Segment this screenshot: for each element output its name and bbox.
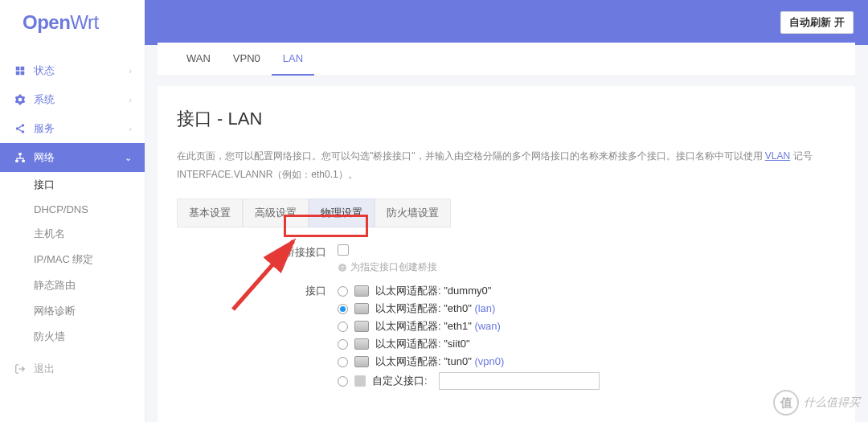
- sidebar-label: 系统: [34, 92, 55, 107]
- nic-icon: [354, 285, 369, 297]
- svg-point-4: [22, 124, 25, 127]
- chevron-right-icon: ›: [129, 124, 132, 133]
- app-root: OpenWrt 自动刷新 开 状态 › 系统 › 服务 › 网络 ⌄ 接口 DH…: [0, 0, 868, 422]
- nic-icon: [354, 356, 369, 367]
- sidebar: 状态 › 系统 › 服务 › 网络 ⌄ 接口 DHCP/DNS 主机名 IP/M…: [0, 0, 145, 422]
- iface-option-siit0[interactable]: 以太网适配器: "siit0": [338, 335, 836, 353]
- sidebar-label: 退出: [34, 362, 55, 376]
- sidebar-item-status[interactable]: 状态 ›: [0, 56, 145, 85]
- watermark: 值 什么值得买: [773, 390, 860, 416]
- gear-icon: [14, 94, 26, 105]
- nic-icon: [354, 303, 369, 314]
- svg-rect-2: [16, 72, 20, 76]
- sidebar-sub-staticroutes[interactable]: 静态路由: [0, 272, 145, 298]
- bridge-label: 桥接接口: [177, 244, 338, 260]
- sidebar-sub-dhcpdns[interactable]: DHCP/DNS: [0, 198, 145, 221]
- svg-rect-7: [18, 153, 22, 155]
- subtab-basic[interactable]: 基本设置: [177, 199, 243, 227]
- svg-rect-1: [21, 67, 25, 71]
- svg-rect-8: [15, 160, 18, 162]
- svg-rect-9: [22, 160, 25, 162]
- sidebar-item-network[interactable]: 网络 ⌄: [0, 143, 145, 172]
- sidebar-sub-diagnostics[interactable]: 网络诊断: [0, 298, 145, 324]
- share-icon: [14, 123, 26, 134]
- tab-lan[interactable]: LAN: [272, 43, 314, 76]
- portrait-icon: [354, 375, 366, 387]
- svg-point-6: [22, 130, 25, 133]
- svg-point-5: [16, 127, 19, 130]
- info-icon: ?: [338, 263, 347, 272]
- settings-tabs: 基本设置 高级设置 物理设置 防火墙设置: [177, 199, 836, 227]
- vlan-link[interactable]: VLAN: [765, 150, 790, 162]
- sidebar-label: 状态: [34, 64, 55, 78]
- chevron-right-icon: ›: [129, 95, 132, 104]
- chevron-down-icon: ⌄: [125, 153, 132, 163]
- main-content: WAN VPN0 LAN 接口 - LAN 在此页面，您可以配置网络接口。您可以…: [145, 0, 868, 422]
- sidebar-label: 网络: [34, 150, 55, 165]
- interface-row: 接口 以太网适配器: "dummy0" 以太网适配器: "eth0" (lan)…: [177, 282, 836, 391]
- iface-option-custom[interactable]: 自定义接口:: [338, 371, 836, 391]
- svg-rect-0: [16, 67, 20, 71]
- sidebar-item-services[interactable]: 服务 ›: [0, 114, 145, 143]
- svg-text:?: ?: [341, 264, 344, 270]
- subtab-firewall[interactable]: 防火墙设置: [375, 199, 451, 227]
- sidebar-sub-firewall[interactable]: 防火墙: [0, 324, 145, 350]
- dashboard-icon: [14, 65, 26, 76]
- autorefresh-toggle[interactable]: 自动刷新 开: [780, 11, 854, 34]
- interface-label: 接口: [177, 282, 338, 298]
- sidebar-sub-interfaces[interactable]: 接口: [0, 172, 145, 198]
- tab-wan[interactable]: WAN: [175, 43, 222, 76]
- network-icon: [14, 152, 26, 163]
- logout-icon: [14, 363, 26, 375]
- bridge-row: 桥接接口 ? 为指定接口创建桥接: [177, 244, 836, 275]
- bridge-hint: ? 为指定接口创建桥接: [338, 260, 836, 274]
- iface-option-dummy0[interactable]: 以太网适配器: "dummy0": [338, 282, 836, 300]
- nic-icon: [354, 338, 369, 350]
- watermark-text: 什么值得买: [804, 395, 860, 410]
- bridge-checkbox[interactable]: [338, 244, 349, 256]
- interface-options: 以太网适配器: "dummy0" 以太网适配器: "eth0" (lan) 以太…: [338, 282, 836, 391]
- interface-tabs: WAN VPN0 LAN: [158, 43, 855, 76]
- nic-icon: [354, 321, 369, 332]
- svg-rect-3: [21, 72, 25, 76]
- sidebar-sub-ipmac[interactable]: IP/MAC 绑定: [0, 247, 145, 272]
- sidebar-item-logout[interactable]: 退出: [0, 354, 145, 383]
- iface-option-tun0[interactable]: 以太网适配器: "tun0" (vpn0): [338, 353, 836, 371]
- subtab-physical[interactable]: 物理设置: [309, 199, 375, 227]
- page-description: 在此页面，您可以配置网络接口。您可以勾选"桥接接口"，并输入由空格分隔的多个网络…: [177, 147, 836, 184]
- iface-option-eth0[interactable]: 以太网适配器: "eth0" (lan): [338, 300, 836, 318]
- custom-interface-input[interactable]: [439, 372, 600, 390]
- sidebar-label: 服务: [34, 121, 55, 136]
- page-title: 接口 - LAN: [177, 107, 836, 131]
- sidebar-item-system[interactable]: 系统 ›: [0, 85, 145, 114]
- config-panel: 接口 - LAN 在此页面，您可以配置网络接口。您可以勾选"桥接接口"，并输入由…: [158, 86, 855, 422]
- watermark-badge: 值: [773, 390, 799, 416]
- logo: OpenWrt: [23, 11, 99, 34]
- iface-option-eth1[interactable]: 以太网适配器: "eth1" (wan): [338, 318, 836, 335]
- subtab-advanced[interactable]: 高级设置: [243, 199, 309, 227]
- chevron-right-icon: ›: [129, 66, 132, 76]
- tab-vpn0[interactable]: VPN0: [222, 43, 272, 76]
- sidebar-sub-hostnames[interactable]: 主机名: [0, 221, 145, 247]
